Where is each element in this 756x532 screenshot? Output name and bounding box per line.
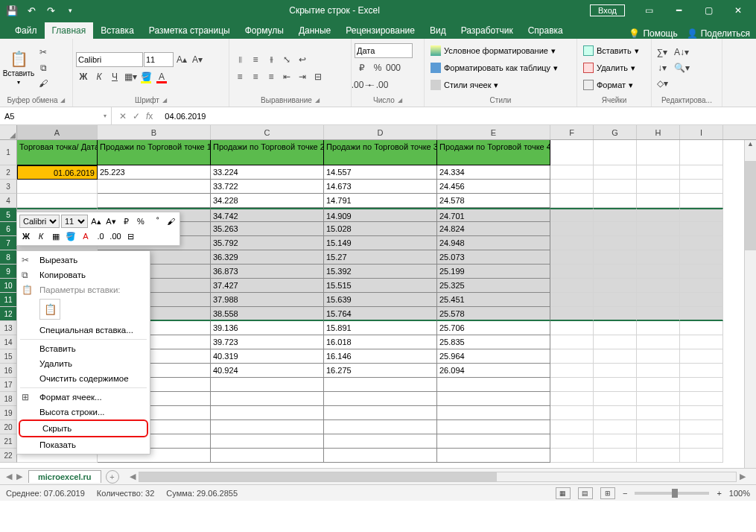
normal-view-icon[interactable]: ▦ (556, 487, 571, 499)
ctx-delete[interactable]: Удалить (17, 356, 150, 371)
cell[interactable]: 16.018 (324, 335, 437, 349)
row-header[interactable]: 17 (0, 378, 17, 392)
cell[interactable]: 37.427 (211, 279, 324, 293)
underline-button[interactable]: Ч (107, 69, 122, 84)
cell[interactable]: 15.149 (324, 236, 437, 250)
mini-percent-icon[interactable]: % (134, 215, 147, 228)
row-header[interactable]: 16 (0, 364, 17, 378)
mini-inc-decimal-icon[interactable]: .00 (109, 229, 122, 243)
cell[interactable] (594, 406, 637, 420)
align-right-icon[interactable]: ≡ (264, 69, 279, 84)
indent-inc-icon[interactable]: ⇥ (295, 69, 310, 84)
bold-button[interactable]: Ж (76, 69, 91, 84)
cell[interactable]: 25.199 (437, 265, 550, 279)
cell[interactable] (680, 194, 723, 208)
sheet-tab[interactable]: microexcel.ru (28, 470, 101, 483)
cell[interactable]: 25.835 (437, 335, 550, 349)
cell[interactable] (680, 293, 723, 307)
cell[interactable] (637, 194, 680, 208)
cancel-formula-icon[interactable]: ✕ (119, 111, 127, 121)
cell[interactable] (637, 236, 680, 250)
column-header[interactable]: F (550, 125, 594, 139)
cell[interactable] (594, 364, 637, 378)
align-middle-icon[interactable]: ≡ (248, 52, 263, 67)
mini-dec-decimal-icon[interactable]: .0 (94, 229, 107, 243)
format-cells-button[interactable]: Формат ▾ (580, 77, 642, 93)
cell[interactable] (550, 140, 594, 165)
cell[interactable] (594, 392, 637, 406)
cell[interactable] (17, 194, 98, 208)
cell[interactable] (550, 236, 594, 250)
cell[interactable] (437, 378, 550, 392)
delete-cells-button[interactable]: Удалить ▾ (580, 60, 642, 76)
mini-borders-icon[interactable]: ▦ (49, 229, 63, 243)
mini-merge-icon[interactable]: ⊟ (124, 229, 137, 243)
zoom-level[interactable]: 100% (729, 489, 750, 498)
tab-файл[interactable]: Файл (7, 22, 45, 39)
zoom-out-icon[interactable]: − (623, 489, 627, 498)
cell[interactable] (437, 406, 550, 420)
column-header[interactable]: C (211, 125, 324, 139)
ctx-cut[interactable]: ✂Вырезать (17, 253, 150, 267)
vertical-scrollbar[interactable]: ▲ (744, 140, 756, 468)
align-bottom-icon[interactable]: ⫵ (264, 52, 279, 67)
cell[interactable] (594, 449, 637, 463)
cell[interactable] (637, 208, 680, 222)
cell[interactable]: 24.578 (437, 194, 550, 208)
row-header[interactable]: 10 (0, 279, 17, 293)
cell[interactable] (637, 392, 680, 406)
formula-input[interactable]: 04.06.2019 (160, 112, 756, 121)
cell[interactable]: 16.146 (324, 349, 437, 364)
mini-currency-icon[interactable]: ₽ (119, 215, 133, 228)
select-all-corner[interactable] (0, 125, 17, 139)
comma-icon[interactable]: 000 (386, 60, 401, 75)
cell[interactable]: 15.27 (324, 250, 437, 265)
row-header[interactable]: 12 (0, 307, 17, 321)
cell[interactable]: 24.701 (437, 208, 550, 222)
sheet-prev-icon[interactable]: ◀ (6, 472, 12, 481)
minimize-icon[interactable]: ━ (664, 0, 693, 21)
cell[interactable]: 34.228 (211, 194, 324, 208)
cell[interactable] (637, 406, 680, 420)
cell[interactable] (594, 180, 637, 194)
paste-option-button[interactable]: 📋 (39, 299, 60, 320)
cell[interactable] (550, 378, 594, 392)
alignment-launcher[interactable]: ◢ (315, 97, 320, 104)
cell[interactable] (324, 406, 437, 420)
align-top-icon[interactable]: ⫴ (232, 52, 247, 67)
cell[interactable]: 15.639 (324, 293, 437, 307)
cell[interactable]: 36.329 (211, 250, 324, 265)
cell[interactable] (550, 420, 594, 434)
cell[interactable] (550, 449, 594, 463)
cell[interactable] (324, 434, 437, 449)
ctx-clear[interactable]: Очистить содержимое (17, 371, 150, 386)
align-left-icon[interactable]: ≡ (232, 69, 247, 84)
cell[interactable] (637, 180, 680, 194)
enter-formula-icon[interactable]: ✓ (133, 111, 140, 121)
ctx-format-cells[interactable]: ⊞Формат ячеек... (17, 390, 150, 405)
mini-font-color-icon[interactable]: A (79, 229, 92, 243)
cell[interactable]: 14.557 (324, 165, 437, 180)
cell[interactable] (637, 378, 680, 392)
column-header[interactable]: B (98, 125, 211, 139)
cell[interactable]: Продажи по Торговой точке 2, тыс. руб. (211, 140, 324, 165)
cell[interactable] (550, 392, 594, 406)
zoom-in-icon[interactable]: + (717, 489, 721, 498)
cell[interactable]: Продажи по Торговой точке 4, тыс. руб. (437, 140, 550, 165)
cell[interactable] (594, 165, 637, 180)
cell[interactable] (594, 236, 637, 250)
cell[interactable] (594, 378, 637, 392)
row-header[interactable]: 21 (0, 434, 17, 449)
italic-button[interactable]: К (92, 69, 107, 84)
row-header[interactable]: 19 (0, 406, 17, 420)
tell-me[interactable]: 💡 Помощь (629, 28, 677, 39)
cell[interactable]: 25.223 (98, 165, 211, 180)
font-select[interactable] (76, 52, 143, 67)
column-header[interactable]: H (637, 125, 680, 139)
cell[interactable] (680, 140, 723, 165)
row-header[interactable]: 6 (0, 222, 17, 236)
cell[interactable] (550, 349, 594, 364)
cell[interactable] (594, 140, 637, 165)
row-header[interactable]: 20 (0, 420, 17, 434)
clear-icon[interactable]: ◇▾ (655, 76, 670, 91)
